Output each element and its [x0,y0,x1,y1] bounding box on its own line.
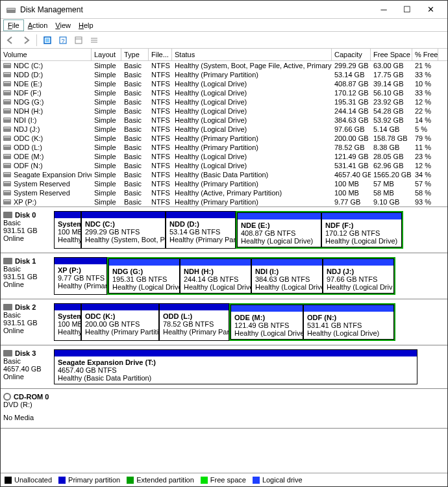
volume-row[interactable]: NDC (C:) Simple Basic NTFS Healthy (Syst… [1,61,447,70]
volume-icon [3,118,11,123]
volume-name: ODF (N:) [14,162,43,169]
forward-button[interactable] [19,33,33,47]
list-button[interactable] [87,33,101,47]
properties-button[interactable]: ? [56,33,70,47]
partition[interactable]: ODD (L:) 78.52 GB NTFS Healthy (Primary … [159,303,229,341]
cell-layout: Simple [92,179,121,188]
cell-layout: Simple [92,152,121,161]
volume-row[interactable]: NDI (I:) Simple Basic NTFS Healthy (Logi… [1,116,447,125]
extended-partition[interactable]: NDG (G:) 195.31 GB NTFS Healthy (Logical… [107,257,395,295]
partition[interactable]: NDF (F:) 170.12 GB NTFS Healthy (Logical… [321,212,402,247]
volume-row[interactable]: NDE (E:) Simple Basic NTFS Healthy (Logi… [1,79,447,88]
cell-layout: Simple [92,170,121,179]
partition[interactable]: NDE (E:) 408.87 GB NTFS Healthy (Logical… [237,212,321,247]
cell-layout: Simple [92,134,121,143]
partition[interactable]: System 100 MB Healthy [54,303,81,341]
volume-icon [3,145,11,150]
col-capacity[interactable]: Capacity [332,49,371,60]
disk-info[interactable]: Disk 0 Basic 931.51 GB Online [1,207,54,253]
col-volume[interactable]: Volume [1,49,92,60]
back-button[interactable] [3,33,18,47]
graphical-view[interactable]: Disk 0 Basic 931.51 GB Online System 100… [1,207,447,473]
close-button[interactable]: ✕ [419,1,442,19]
col-free[interactable]: Free Space [371,49,412,60]
volume-row[interactable]: NDD (D:) Simple Basic NTFS Healthy (Prim… [1,70,447,79]
col-type[interactable]: Type [121,49,149,60]
extended-partition[interactable]: NDE (E:) 408.87 GB NTFS Healthy (Logical… [236,211,403,249]
menu-file[interactable]: File [3,19,24,31]
col-layout[interactable]: Layout [92,49,121,60]
partition[interactable]: ODF (N:) 531.41 GB NTFS Healthy (Logical… [303,305,394,340]
volume-row[interactable]: Seagate Expansion Drive (T:) Simple Basi… [1,170,447,179]
cell-capacity: 121.49 GB [332,152,371,161]
refresh-button[interactable] [40,33,55,47]
menu-view[interactable]: View [51,20,75,31]
volume-icon [3,72,11,77]
legend-swatch [58,477,66,484]
volume-name: NDC (C:) [14,62,43,69]
partition[interactable]: NDG (G:) 195.31 GB NTFS Healthy (Logical… [108,258,180,293]
disk-info[interactable]: CD-ROM 0 DVD (R:) No Media [1,389,54,428]
volume-row[interactable]: XP (P:) Simple Basic NTFS Healthy (Prima… [1,197,447,206]
cell-type: Basic [121,143,149,152]
cell-type: Basic [121,197,149,206]
partition[interactable]: NDC (C:) 299.29 GB NTFS Healthy (System,… [81,211,166,249]
legend-swatch [201,477,208,484]
legend-label: Free space [210,476,246,484]
maximize-button[interactable]: ☐ [395,1,419,19]
volume-row[interactable]: NDJ (J:) Simple Basic NTFS Healthy (Logi… [1,125,447,134]
volume-row[interactable]: NDG (G:) Simple Basic NTFS Healthy (Logi… [1,97,447,106]
partition-size: 531.41 GB NTFS [307,321,390,329]
volume-row[interactable]: NDF (F:) Simple Basic NTFS Healthy (Logi… [1,88,447,97]
svg-text:?: ? [61,38,64,44]
disk-info[interactable]: Disk 2 Basic 931.51 GB Online [1,299,54,345]
volume-row[interactable]: ODE (M:) Simple Basic NTFS Healthy (Logi… [1,152,447,161]
partition-size: 244.14 GB NTFS [184,275,247,283]
partition-title: NDG (G:) [112,268,176,275]
partition-title: Seagate Expansion Drive (T:) [58,358,414,366]
volume-row[interactable]: System Reserved Simple Basic NTFS Health… [1,179,447,188]
volume-row[interactable]: NDH (H:) Simple Basic NTFS Healthy (Logi… [1,106,447,116]
volume-row[interactable]: System Reserved Simple Basic NTFS Health… [1,188,447,197]
volume-row[interactable]: ODD (L:) Simple Basic NTFS Healthy (Prim… [1,143,447,152]
partition[interactable]: XP (P:) 9.77 GB NTFS Healthy (Primary [54,257,107,295]
cell-fs: NTFS [149,152,172,161]
volume-name: NDJ (J:) [14,125,40,133]
partition-title: NDC (C:) [85,220,162,228]
volume-list[interactable]: Volume Layout Type File... Status Capaci… [1,49,447,207]
partition[interactable]: ODC (K:) 200.00 GB NTFS Healthy (Primary… [81,303,159,341]
volume-name: ODC (K:) [14,134,43,142]
partition[interactable]: NDH (H:) 244.14 GB NTFS Healthy (Logical… [180,258,251,293]
partition[interactable]: NDI (I:) 384.63 GB NTFS Healthy (Logical… [251,258,323,293]
cell-layout: Simple [92,70,121,79]
col-status[interactable]: Status [172,49,332,60]
cell-free: 54.28 GB [371,106,412,116]
volume-list-header[interactable]: Volume Layout Type File... Status Capaci… [1,49,447,61]
volume-row[interactable]: ODF (N:) Simple Basic NTFS Healthy (Logi… [1,161,447,170]
menu-help[interactable]: Help [75,20,97,31]
disk-state: Online [3,327,51,334]
svg-rect-1 [7,8,15,10]
partition[interactable]: NDD (D:) 53.14 GB NTFS Healthy (Primary … [166,211,236,249]
help-button[interactable] [71,33,86,47]
volume-name: NDG (G:) [14,98,44,106]
volume-icon [3,108,11,114]
partition[interactable]: ODE (M:) 121.49 GB NTFS Healthy (Logical… [230,305,303,340]
volume-row[interactable]: ODC (K:) Simple Basic NTFS Healthy (Prim… [1,134,447,143]
partition-status: Healthy (Primary [58,282,103,290]
cell-status: Healthy (Logical Drive) [172,88,332,97]
col-pct[interactable]: % Free [412,49,438,60]
partition[interactable]: Seagate Expansion Drive (T:) 4657.40 GB … [54,349,417,384]
minimize-button[interactable]: ─ [372,1,395,19]
partition[interactable]: System 100 MB Healthy [54,211,81,249]
legend-item: Extended partition [127,476,194,484]
partition[interactable]: NDJ (J:) 97.66 GB NTFS Healthy (Logical … [323,258,394,293]
disk-info[interactable]: Disk 1 Basic 931.51 GB Online [1,253,54,299]
cell-fs: NTFS [149,97,172,106]
disk-info[interactable]: Disk 3 Basic 4657.40 GB Online [1,345,54,388]
extended-partition[interactable]: ODE (M:) 121.49 GB NTFS Healthy (Logical… [229,303,395,341]
cell-fs: NTFS [149,88,172,97]
menu-action[interactable]: Action [24,20,52,31]
col-fs[interactable]: File... [149,49,172,60]
cell-free: 58 MB [371,188,412,197]
